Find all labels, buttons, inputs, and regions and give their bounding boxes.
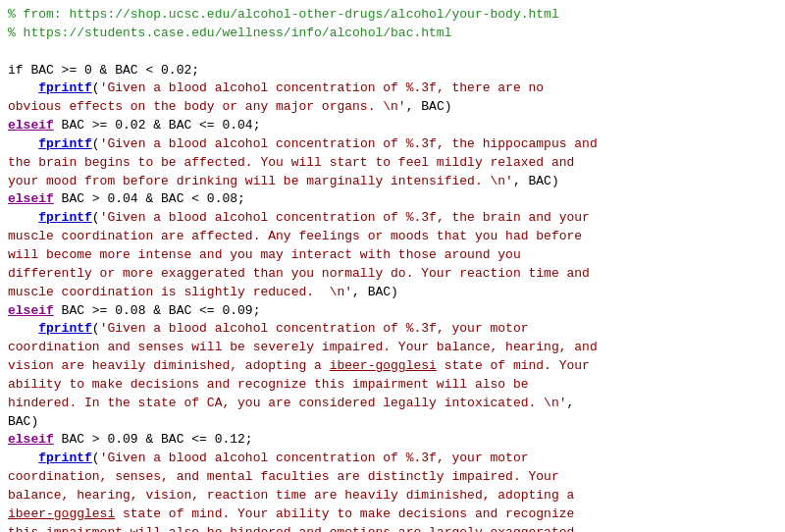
line-printf4e: hindered. In the state of CA, you are co… [8, 395, 777, 413]
line-printf4f: BAC) [8, 413, 777, 432]
line-elseif1: elseif BAC >= 0.02 & BAC <= 0.04; [8, 117, 777, 135]
line-printf4: fprintf('Given a blood alcohol concentra… [8, 320, 777, 339]
line-printf4d: ability to make decisions and recognize … [8, 376, 777, 395]
line-printf2c: your mood from before drinking will be m… [8, 173, 777, 191]
line-printf3b: muscle coordination are affected. Any fe… [8, 228, 777, 246]
line-if1: if BAC >= 0 & BAC < 0.02; [8, 62, 777, 80]
line-printf4c: vision are heavily diminished, adopting … [8, 357, 777, 376]
line-printf4b: coordination and senses will be severely… [8, 339, 777, 357]
line-printf5d: ibeer-gogglesi state of mind. Your abili… [8, 505, 777, 524]
line-printf3d: differently or more exaggerated than you… [8, 265, 777, 284]
line-printf5b: coordination, senses, and mental faculti… [8, 468, 777, 487]
line-blank-1 [8, 43, 777, 62]
line-printf5c: balance, hearing, vision, reaction time … [8, 487, 777, 505]
line-comment-1: % from: https://shop.ucsc.edu/alcohol-ot… [8, 6, 777, 25]
line-printf5e: this impairment will also be hindered an… [8, 524, 777, 532]
line-elseif2: elseif BAC > 0.04 & BAC < 0.08; [8, 190, 777, 209]
line-printf1: fprintf('Given a blood alcohol concentra… [8, 80, 777, 98]
line-printf1b: obvious effects on the body or any major… [8, 98, 777, 117]
line-comment-2: % https://students.case.edu/wellness/inf… [8, 25, 777, 43]
line-printf3e: muscle coordination is slightly reduced.… [8, 284, 777, 302]
line-printf2b: the brain begins to be affected. You wil… [8, 154, 777, 173]
line-printf5: fprintf('Given a blood alcohol concentra… [8, 450, 777, 468]
line-elseif3: elseif BAC >= 0.08 & BAC <= 0.09; [8, 302, 777, 321]
line-printf3: fprintf('Given a blood alcohol concentra… [8, 209, 777, 228]
code-container: % from: https://shop.ucsc.edu/alcohol-ot… [0, 0, 785, 532]
line-printf3c: will become more intense and you may int… [8, 246, 777, 265]
line-printf2: fprintf('Given a blood alcohol concentra… [8, 135, 777, 154]
line-elseif4: elseif BAC > 0.09 & BAC <= 0.12; [8, 431, 777, 450]
